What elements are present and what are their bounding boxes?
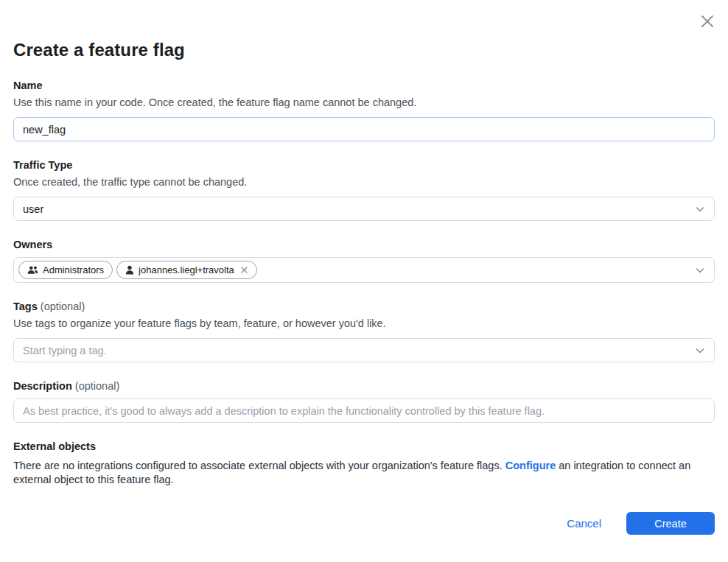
tags-label: Tags (optional) [13,301,715,312]
owners-section: Owners Administrators [13,239,715,283]
description-label-text: Description [13,380,72,392]
tags-section: Tags (optional) Use tags to organize you… [13,301,715,362]
tags-placeholder: Start typing a tag. [23,345,107,356]
modal-title: Create a feature flag [13,0,715,60]
tags-helper: Use tags to organize your feature flags … [13,317,715,331]
modal-footer: Cancel Create [562,512,715,535]
name-section: Name Use this name in your code. Once cr… [13,80,715,141]
close-button[interactable] [699,13,716,30]
chevron-down-icon [694,345,706,356]
remove-icon [240,266,248,274]
tags-optional-text: (optional) [41,301,85,312]
owners-label: Owners [13,239,715,250]
traffic-type-helper: Once created, the traffic type cannot be… [13,175,715,189]
create-feature-flag-modal: Create a feature flag Name Use this name… [0,0,728,562]
owners-select[interactable]: Administrators johannes.liegl+travolta [13,257,715,283]
remove-owner-button[interactable] [240,266,248,274]
external-objects-label: External objects [13,440,715,452]
description-label: Description (optional) [13,380,715,392]
description-optional-text: (optional) [75,380,119,392]
chevron-down-icon [694,203,706,215]
tags-select[interactable]: Start typing a tag. [13,338,715,362]
name-input[interactable] [13,117,715,141]
traffic-type-value: user [23,203,43,215]
cancel-button[interactable]: Cancel [562,514,606,533]
description-section: Description (optional) [13,380,715,423]
owner-chip-administrators[interactable]: Administrators [18,261,113,279]
close-icon [699,13,715,29]
external-objects-text: There are no integrations configured to … [13,459,715,487]
traffic-type-label: Traffic Type [13,159,715,171]
name-helper: Use this name in your code. Once created… [13,96,715,110]
tags-label-text: Tags [13,301,38,312]
description-input[interactable] [13,398,715,423]
configure-link[interactable]: Configure [505,460,556,471]
traffic-type-select[interactable]: user [13,197,715,221]
owner-chip-label: johannes.liegl+travolta [139,264,234,275]
owner-chip-label: Administrators [43,264,104,275]
owner-chip-user[interactable]: johannes.liegl+travolta [116,261,257,279]
external-text-before: There are no integrations configured to … [13,460,505,471]
name-label: Name [13,80,715,91]
create-button[interactable]: Create [626,512,715,535]
person-icon [125,265,134,275]
chevron-down-icon [694,264,706,276]
external-objects-section: External objects There are no integratio… [13,440,715,487]
group-icon [27,265,38,275]
traffic-type-section: Traffic Type Once created, the traffic t… [13,159,715,221]
